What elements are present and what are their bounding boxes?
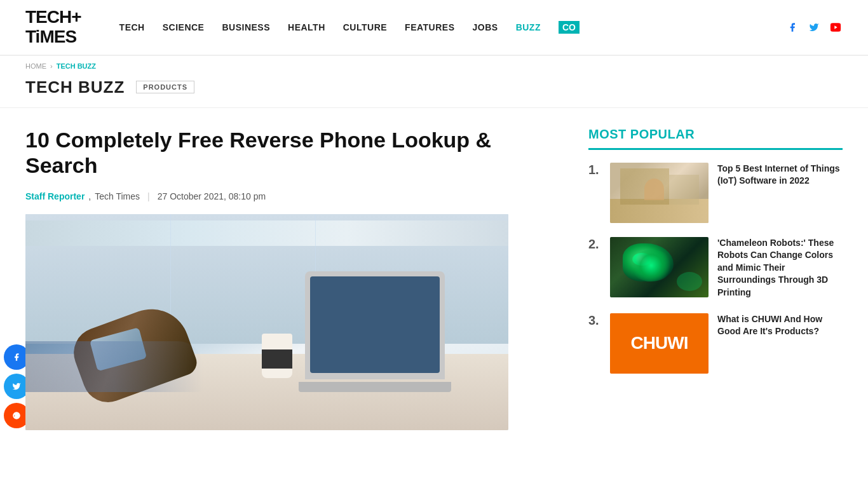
popular-text-2[interactable]: 'Chameleon Robots:' These Robots Can Cha… xyxy=(717,237,843,299)
main-nav: TECH SCIENCE BUSINESS HEALTH CULTURE FEA… xyxy=(119,21,785,34)
nav-business[interactable]: BUSINESS xyxy=(222,22,270,32)
nav-buzz[interactable]: BUZZ xyxy=(516,22,541,32)
breadcrumb-separator: › xyxy=(50,62,53,70)
page-title: TECH BUZZ xyxy=(25,78,125,97)
nav-tech[interactable]: TECH xyxy=(119,22,145,32)
article-image xyxy=(25,214,508,430)
popular-num-3: 3. xyxy=(588,313,601,328)
most-popular-header: MOST POPULAR xyxy=(588,127,843,150)
popular-item-1: 1. Top 5 Best Internet of Things (IoT) S… xyxy=(588,163,843,223)
breadcrumb: HOME › TECH BUZZ xyxy=(0,56,868,72)
main-content: r 10 Completely Free Reverse Phone Looku… xyxy=(0,108,868,431)
breadcrumb-current: TECH BUZZ xyxy=(57,62,96,70)
youtube-icon[interactable] xyxy=(829,20,843,34)
nav-co[interactable]: CO xyxy=(559,21,580,34)
article: 10 Completely Free Reverse Phone Lookup … xyxy=(25,127,563,431)
logo-line1: TECH+ xyxy=(25,7,81,27)
nav-science[interactable]: SCIENCE xyxy=(163,22,205,32)
nav-features[interactable]: FEATURES xyxy=(405,22,454,32)
article-date: 27 October 2021, 08:10 pm xyxy=(158,191,266,201)
popular-img-chuwi-text: CHUWI xyxy=(610,313,709,374)
meta-divider: | xyxy=(147,191,150,201)
popular-img-1[interactable] xyxy=(610,163,709,223)
page-tag: PRODUCTS xyxy=(136,81,194,93)
popular-img-3[interactable]: CHUWI xyxy=(610,313,709,374)
site-logo[interactable]: TECH+ TiMES xyxy=(25,8,81,47)
popular-num-1: 1. xyxy=(588,163,601,177)
article-author[interactable]: Staff Reporter xyxy=(25,191,85,201)
popular-img-2[interactable] xyxy=(610,237,709,297)
facebook-icon[interactable] xyxy=(785,20,799,34)
popular-num-2: 2. xyxy=(588,237,601,252)
article-title: 10 Completely Free Reverse Phone Lookup … xyxy=(25,127,563,179)
article-meta: Staff Reporter , Tech Times | 27 October… xyxy=(25,191,563,201)
svg-text:r: r xyxy=(14,414,15,417)
popular-text-1[interactable]: Top 5 Best Internet of Things (IoT) Soft… xyxy=(717,163,843,187)
breadcrumb-home[interactable]: HOME xyxy=(25,62,46,70)
nav-jobs[interactable]: JOBS xyxy=(473,22,498,32)
header: TECH+ TiMES TECH SCIENCE BUSINESS HEALTH… xyxy=(0,0,868,56)
header-social xyxy=(785,20,843,34)
nav-culture[interactable]: CULTURE xyxy=(343,22,387,32)
article-source: Tech Times xyxy=(95,191,140,201)
logo-line2: TiMES xyxy=(25,27,81,47)
popular-item-2: 2. 'Chameleon Robots:' These Robots Can … xyxy=(588,237,843,299)
author-source-sep: , xyxy=(88,191,91,201)
right-sidebar: MOST POPULAR 1. Top 5 Best Internet of T… xyxy=(588,127,843,431)
page-title-area: TECH BUZZ PRODUCTS xyxy=(0,72,868,108)
popular-item-3: 3. CHUWI What is CHUWI And How Good Are … xyxy=(588,313,843,374)
popular-text-3[interactable]: What is CHUWI And How Good Are It's Prod… xyxy=(717,313,843,338)
nav-health[interactable]: HEALTH xyxy=(288,22,325,32)
twitter-icon[interactable] xyxy=(807,20,821,34)
